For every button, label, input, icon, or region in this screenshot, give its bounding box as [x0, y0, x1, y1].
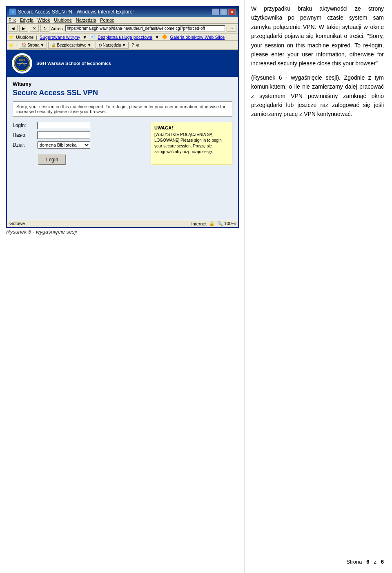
strona-button[interactable]: 🏠 Strona ▼: [19, 42, 47, 49]
ie-statusbar: Gotowe Internet 🔒 🔍 100%: [7, 220, 238, 227]
menu-edit[interactable]: Edycja: [20, 18, 33, 22]
security-button[interactable]: 🔒 Bezpieczeństwo ▼: [48, 42, 94, 49]
ie-titlebar: e Secure Access SSL VPN - Windows Intern…: [7, 7, 238, 17]
menu-favorites[interactable]: Ulubione: [54, 18, 71, 22]
tools-icon: ⚙: [98, 43, 102, 47]
inline-user: user: [302, 51, 313, 58]
vpn-form-left: Login: Hasło: Dział: domena Biblioteka: [13, 122, 147, 165]
maximize-button[interactable]: □: [220, 9, 227, 15]
svg-text:HERB: HERB: [19, 59, 25, 61]
menu-view[interactable]: Widok: [38, 18, 50, 22]
vpn-header-title: SGH Warsaw School of Economics: [36, 61, 111, 66]
inline-please-1: please: [251, 51, 268, 58]
vpn-notice-title: UWAGA!: [154, 125, 229, 130]
minimize-button[interactable]: _: [212, 9, 219, 15]
webslice-link[interactable]: Galeria obiektów Web Slice: [170, 35, 225, 40]
body-paragraph-2: (Rysunek 6 - wygaśnięcie sesji). Zgodnie…: [251, 73, 384, 119]
page-footer: Strona 6 z 6: [346, 559, 384, 565]
vpn-content: Witamy Secure Access SSL VPN Sorry, your…: [7, 77, 238, 220]
statusbar-zone: Internet: [191, 221, 206, 226]
ie-bookmarks-bar: ⭐ Ulubione | Sugerowane witryny ▼ 📧 Bezp…: [7, 33, 238, 41]
vpn-password-row: Hasło:: [13, 132, 147, 139]
screenshot-panel: e Secure Access SSL VPN - Windows Intern…: [0, 0, 241, 234]
ie-title: Secure Access SSL VPN - Windows Internet…: [18, 9, 134, 15]
password-label: Hasło:: [13, 132, 37, 138]
vpn-error-box: Sorry, your session on this machine expi…: [13, 101, 232, 117]
vpn-logo: HERB WARSZAWA: [12, 53, 32, 74]
vpn-header: HERB WARSZAWA SGH Warsaw School of Econo…: [7, 50, 238, 77]
caption-text: Rysunek 6 - wygaśnięcie sesji: [6, 229, 77, 235]
login-input[interactable]: [37, 122, 90, 129]
go-button[interactable]: →: [227, 25, 236, 32]
vpn-login-row: Login:: [13, 122, 147, 129]
stop-button[interactable]: ✕: [30, 25, 39, 32]
statusbar-right: Internet 🔒 🔍 100%: [191, 221, 236, 226]
refresh-button[interactable]: ↻: [40, 25, 49, 32]
ie-menubar: Plik Edycja Widok Ulubione Narzędzia Pom…: [7, 17, 238, 24]
lock-icon: 🔒: [51, 43, 56, 47]
statusbar-text: Gotowe: [9, 221, 25, 226]
inline-increased: increased: [251, 60, 276, 67]
vpn-page: HERB WARSZAWA SGH Warsaw School of Econo…: [7, 50, 238, 220]
vpn-notice-text: [WSZYSTKIE POŁĄCZENIA SĄ LOGOWANE] Pleas…: [154, 132, 229, 155]
tools-button[interactable]: ⚙ Narzędzia ▼: [96, 42, 129, 49]
strona-icon: 🏠: [22, 43, 27, 47]
ie-window: e Secure Access SSL VPN - Windows Intern…: [6, 6, 239, 228]
address-input[interactable]: [65, 25, 225, 31]
page-total: 6: [381, 559, 384, 565]
ie-addressbar: ◀ ▶ ✕ ↻ Adres →: [7, 24, 238, 33]
ie-secondary-toolbar: ⭐ 🏠 Strona ▼ 🔒 Bezpieczeństwo ▼ ⚙ Narzęd…: [7, 41, 238, 50]
menu-tools[interactable]: Narzędzia: [76, 18, 96, 22]
screenshot-caption: Rysunek 6 - wygaśnięcie sesji: [6, 229, 77, 235]
page-separator: z: [374, 559, 376, 565]
body-paragraph-1: W przypadku braku aktywności ze strony u…: [251, 4, 384, 68]
back-button[interactable]: ◀: [9, 25, 18, 32]
department-select[interactable]: domena Biblioteka: [37, 141, 90, 149]
column-divider: [244, 0, 245, 573]
page-current: 6: [366, 559, 369, 565]
inline-security: security: [278, 60, 297, 67]
inline-to: To: [354, 42, 361, 49]
vpn-notice-box: UWAGA! [WSZYSTKIE POŁĄCZENIA SĄ LOGOWANE…: [151, 122, 232, 165]
vpn-login-button[interactable]: Login: [38, 154, 66, 165]
inline-please-2: please: [299, 60, 316, 67]
vpn-welcome: Witamy: [13, 81, 232, 87]
inline-otherwise: otherwise: [350, 51, 374, 58]
ie-titlebar-buttons: _ □ ✕: [212, 9, 236, 15]
forward-button[interactable]: ▶: [19, 25, 28, 32]
vpn-department-row: Dział: domena Biblioteka: [13, 141, 147, 149]
right-text-panel: W przypadku braku aktywności ze strony u…: [249, 0, 388, 128]
favorites-label[interactable]: Ulubione: [16, 35, 33, 40]
inline-this: this: [332, 60, 341, 67]
menu-file[interactable]: Plik: [9, 18, 16, 22]
vpn-title: Secure Access SSL VPN: [13, 89, 232, 97]
zoom-indicator: 🔍 100%: [217, 221, 236, 226]
vpn-form-area: Login: Hasło: Dział: domena Biblioteka: [13, 122, 232, 165]
suggested-sites[interactable]: Sugerowane witryny: [40, 35, 80, 40]
close-button[interactable]: ✕: [228, 9, 236, 15]
menu-help[interactable]: Pomoc: [100, 18, 114, 22]
password-input[interactable]: [37, 132, 90, 139]
ie-titlebar-left: e Secure Access SSL VPN - Windows Intern…: [9, 9, 134, 15]
department-label: Dział:: [13, 142, 37, 148]
page-label: Strona: [346, 559, 362, 565]
email-link[interactable]: Bezpłatna usługa pocztowa: [98, 35, 152, 40]
vpn-login-btn-wrapper: Login: [13, 151, 147, 165]
lock-status-icon: 🔒: [209, 221, 215, 226]
vpn-error-text: Sorry, your session on this machine expi…: [16, 104, 225, 114]
login-label: Login:: [13, 123, 37, 128]
ie-app-icon: e: [9, 9, 16, 15]
